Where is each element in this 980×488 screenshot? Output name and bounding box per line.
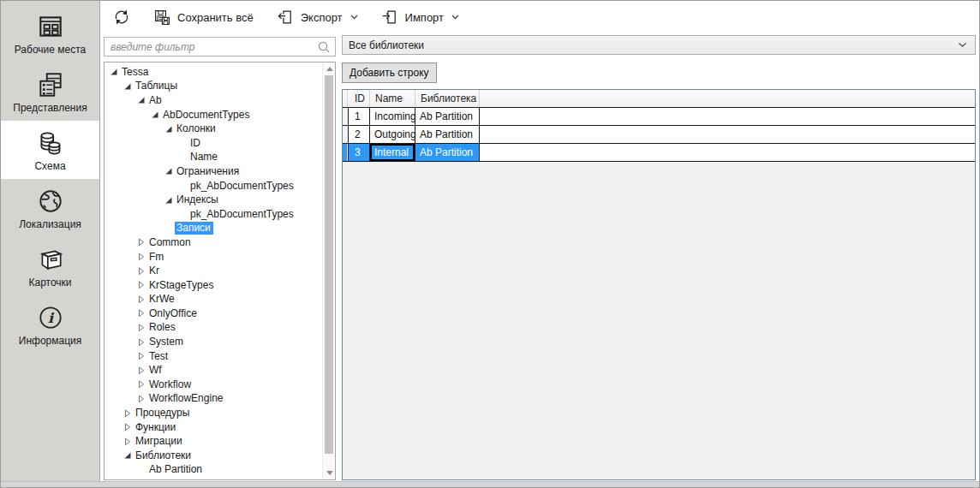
expander-collapsed-icon[interactable] [135,380,147,389]
chevron-down-icon [958,42,967,48]
expander-expanded-icon[interactable] [163,125,175,134]
tree-item-common[interactable]: Common [105,235,322,250]
scrollbar-down-arrow[interactable] [323,467,336,479]
table-row[interactable]: 1IncomingAb Partition [343,108,975,126]
scrollbar-thumb[interactable] [325,75,333,454]
tree-item-abdocumenttypes[interactable]: AbDocumentTypes [105,108,322,122]
expander-expanded-icon[interactable] [163,196,175,205]
tree-item-workflowengine[interactable]: WorkflowEngine [105,392,322,407]
cell-id[interactable]: 3 [348,144,370,161]
expander-placeholder [135,466,147,474]
tree-item-ab-partition[interactable]: Ab Partition [105,463,322,478]
library-filter-combobox[interactable]: Все библиотеки [342,35,976,55]
tree-item-label: AbDocumentTypes [161,109,252,122]
cell-library[interactable]: Ab Partition [415,126,480,143]
cards-icon [35,244,66,275]
tree-item-колонки[interactable]: Колонки [105,122,322,136]
tree-item-функции[interactable]: Функции [105,420,322,435]
tree-item-krwe[interactable]: KrWe [105,293,322,307]
tree-item-записи[interactable]: Записи [105,222,322,236]
cell-name[interactable]: Internal [370,144,415,161]
tree-item-ab[interactable]: Ab [105,93,322,108]
cell-name[interactable]: Incoming [370,108,415,125]
tree-item-label: KrWe [147,293,177,306]
refresh-icon [112,8,131,27]
expander-collapsed-icon[interactable] [135,309,147,318]
expander-expanded-icon[interactable] [108,68,120,76]
sidebar: Рабочие местаПредставленияСхемаЛокализац… [1,1,100,481]
export-button[interactable]: Экспорт [271,4,363,30]
expander-expanded-icon[interactable] [149,110,161,119]
tree-item-wf[interactable]: Wf [105,363,322,378]
tree-item-label: Common [147,236,194,249]
export-icon [276,8,295,27]
tree-item-миграции[interactable]: Миграции [105,434,322,449]
expander-collapsed-icon[interactable] [135,238,147,247]
tree-item-pk-abdocumenttypes[interactable]: pk_AbDocumentTypes [105,179,322,193]
tree-item-onlyoffice[interactable]: OnlyOffice [105,306,322,321]
sidebar-item-label: Локализация [19,218,81,230]
import-button[interactable]: Импорт [375,4,464,30]
tree-item-label: OnlyOffice [147,307,200,320]
expander-expanded-icon[interactable] [122,451,134,460]
cell-library[interactable]: Ab Partition [415,144,480,161]
cell-id[interactable]: 1 [348,108,370,125]
tree-item-tessa[interactable]: Tessa [105,65,322,80]
expander-collapsed-icon[interactable] [135,366,147,375]
tree-item-default[interactable]: Default [105,477,322,480]
tree-item-процедуры[interactable]: Процедуры [105,406,322,420]
tree-item-system[interactable]: System [105,335,322,349]
table-row[interactable]: 2OutgoingAb Partition [343,126,975,144]
scrollbar-up-arrow[interactable] [323,62,336,75]
expander-collapsed-icon[interactable] [135,324,147,332]
expander-collapsed-icon[interactable] [122,423,134,431]
tree-item-name[interactable]: Name [105,151,322,165]
expander-collapsed-icon[interactable] [135,295,147,304]
save-all-button[interactable]: Сохранить всё [148,5,259,30]
expander-collapsed-icon[interactable] [135,338,147,347]
expander-expanded-icon[interactable] [135,96,147,104]
cell-library[interactable]: Ab Partition [415,108,480,125]
expander-collapsed-icon[interactable] [135,281,147,289]
tree-item-ограничения[interactable]: Ограничения [105,164,322,179]
filter-input[interactable] [111,41,317,53]
expander-collapsed-icon[interactable] [122,409,134,418]
tree-item-id[interactable]: ID [105,136,322,151]
sidebar-item-информация[interactable]: iИнформация [1,295,99,354]
tree-item-kr[interactable]: Kr [105,264,322,278]
table-row[interactable]: 3InternalAb Partition [343,144,975,162]
tree-scrollbar[interactable] [322,62,335,479]
tree-item-таблицы[interactable]: Таблицы [105,80,322,94]
sidebar-item-рабочие-места[interactable]: Рабочие места [1,4,99,62]
combobox-value: Все библиотеки [349,39,958,51]
window-bottom-frame [1,481,979,487]
expander-expanded-icon[interactable] [122,82,134,91]
tree-item-krstagetypes[interactable]: KrStageTypes [105,278,322,293]
tree-item-fm[interactable]: Fm [105,250,322,265]
expander-collapsed-icon[interactable] [135,395,147,403]
sidebar-item-карточки[interactable]: Карточки [1,237,99,295]
tree-item-roles[interactable]: Roles [105,321,322,336]
expander-collapsed-icon[interactable] [135,267,147,276]
expander-collapsed-icon[interactable] [135,352,147,360]
column-header-library[interactable]: Библиотека [415,90,480,107]
sidebar-item-схема[interactable]: Схема [1,121,99,179]
sidebar-item-локализация[interactable]: Локализация [1,179,99,237]
sidebar-item-представления[interactable]: Представления [1,62,99,121]
tree-item-библиотеки[interactable]: Библиотеки [105,449,322,463]
add-row-button[interactable]: Добавить строку [342,62,437,83]
schema-icon [35,128,66,158]
tree-item-индексы[interactable]: Индексы [105,193,322,207]
tree-item-workflow[interactable]: Workflow [105,378,322,392]
cell-name[interactable]: Outgoing [370,126,415,143]
column-header-id[interactable]: ID [348,90,370,107]
expander-collapsed-icon[interactable] [135,253,147,261]
cell-id[interactable]: 2 [348,126,370,143]
tree-item-test[interactable]: Test [105,349,322,364]
tree-item-label: Name [188,151,220,164]
column-header-name[interactable]: Name [370,90,415,107]
tree-item-pk-abdocumenttypes[interactable]: pk_AbDocumentTypes [105,207,322,222]
refresh-button[interactable] [107,4,136,30]
expander-collapsed-icon[interactable] [122,437,134,446]
expander-expanded-icon[interactable] [163,167,175,176]
